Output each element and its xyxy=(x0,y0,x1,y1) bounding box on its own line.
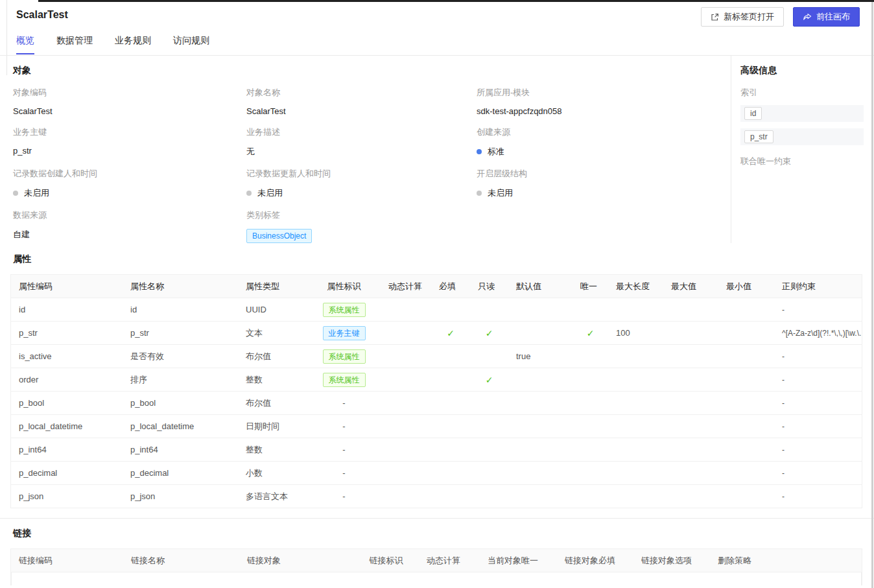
object-field-7: 记录数据更新人和时间未启用 xyxy=(246,168,477,199)
attr-cell-max-value xyxy=(663,345,718,368)
links-section: 链接 链接编码链接名称链接对象链接标识动态计算当前对象唯一链接对象必填链接对象选… xyxy=(0,519,874,585)
index-row-0: id xyxy=(740,105,864,122)
attr-cell-min-value xyxy=(718,392,774,414)
attr-flag-tag: 系统属性 xyxy=(323,303,366,317)
attr-row-p_local_datetime: p_local_datetimep_local_datetime日期时间-- xyxy=(11,415,862,438)
attr-col-header: 必填 xyxy=(431,275,470,298)
attr-cell-unique xyxy=(573,368,608,391)
page: ScalarTest 新标签页打开 前往画布 概览数据管理业务规则访问规则 对 xyxy=(0,0,874,588)
attr-cell-required xyxy=(431,392,470,414)
attr-cell-flag: 系统属性 xyxy=(307,298,381,321)
external-link-icon xyxy=(711,13,719,21)
attr-flag-tag: 系统属性 xyxy=(323,349,366,364)
open-new-tab-button[interactable]: 新标签页打开 xyxy=(701,7,784,27)
attr-cell-dynamic xyxy=(381,485,431,508)
attr-cell-unique xyxy=(573,485,608,508)
attr-cell-flag: 系统属性 xyxy=(307,368,381,391)
attr-cell-max-value xyxy=(663,298,718,321)
attr-cell-max-length xyxy=(608,298,663,321)
link-col-header: 删除策略 xyxy=(710,549,862,572)
field-value: 未启用 xyxy=(13,187,246,199)
attr-cell-default xyxy=(508,438,573,461)
tab-1[interactable]: 数据管理 xyxy=(56,35,93,54)
attributes-header-row: 属性编码属性名称属性类型属性标识动态计算必填只读默认值唯一最大长度最大值最小值正… xyxy=(11,275,862,298)
field-value: 无 xyxy=(246,146,477,158)
attr-cell-unique xyxy=(573,438,608,461)
object-fields: 对象编码ScalarTest对象名称ScalarTest所属应用-模块sdk-t… xyxy=(13,87,731,243)
attr-cell-min-value xyxy=(718,298,774,321)
attr-cell-flag: - xyxy=(307,485,381,508)
field-label: 业务主键 xyxy=(13,126,246,138)
advanced-info-title: 高级信息 xyxy=(740,65,870,76)
attr-cell-code: p_str xyxy=(11,322,123,344)
field-value: 标准 xyxy=(477,146,731,158)
attr-cell-max-length xyxy=(608,438,663,461)
status-dot-blue-icon xyxy=(477,149,482,154)
attr-cell-max-value xyxy=(663,368,718,391)
open-new-tab-label: 新标签页打开 xyxy=(724,11,774,23)
attr-cell-dynamic xyxy=(381,438,431,461)
status-dot-gray-icon xyxy=(246,191,252,196)
index-label: 索引 xyxy=(740,87,870,99)
attr-cell-max-length xyxy=(608,485,663,508)
index-row-1: p_str xyxy=(740,128,864,145)
attr-cell-readonly: ✓ xyxy=(470,368,508,391)
attr-cell-default xyxy=(508,298,573,321)
attr-col-header: 属性名称 xyxy=(123,275,238,298)
attr-cell-required xyxy=(431,462,470,484)
attr-cell-max-length xyxy=(608,368,663,391)
tab-3[interactable]: 访问规则 xyxy=(173,35,209,54)
attr-cell-unique xyxy=(573,462,608,484)
attr-cell-default xyxy=(508,485,573,508)
go-canvas-label: 前往画布 xyxy=(816,11,850,23)
attr-cell-type: 日期时间 xyxy=(238,415,307,438)
vertical-scrollbar[interactable] xyxy=(871,2,873,588)
attr-cell-regex: - xyxy=(774,298,862,321)
attr-cell-name: p_bool xyxy=(123,392,238,414)
attr-cell-regex: - xyxy=(774,438,862,461)
attr-row-p_str: p_strp_str文本业务主键✓✓✓100^[A-Za-z\d](?!.*\,… xyxy=(11,322,862,345)
link-col-header: 动态计算 xyxy=(419,549,480,572)
field-label: 业务描述 xyxy=(246,126,477,138)
attr-cell-dynamic xyxy=(381,368,431,391)
attr-cell-unique xyxy=(573,415,608,438)
attr-cell-name: 排序 xyxy=(123,368,238,391)
attr-cell-required xyxy=(431,298,470,321)
object-field-4: 业务描述无 xyxy=(246,126,477,158)
attr-cell-max-length xyxy=(608,345,663,368)
attr-cell-max-length: 100 xyxy=(608,322,663,344)
attr-cell-regex: ^[A-Za-z\d](?!.*\,\,)[\w.\... xyxy=(774,322,862,344)
attr-cell-max-length xyxy=(608,415,663,438)
field-label: 开启层级结构 xyxy=(477,168,731,180)
tab-2[interactable]: 业务规则 xyxy=(115,35,151,54)
attr-cell-code: p_int64 xyxy=(11,438,123,461)
attr-cell-name: p_json xyxy=(123,485,238,508)
attr-row-p_decimal: p_decimalp_decimal小数-- xyxy=(11,462,862,485)
attr-cell-readonly xyxy=(470,392,508,414)
attr-cell-readonly xyxy=(470,462,508,484)
attr-col-header: 正则约束 xyxy=(774,275,862,298)
attr-cell-dynamic xyxy=(381,322,431,344)
share-arrow-icon xyxy=(803,12,812,21)
attr-cell-flag: - xyxy=(307,462,381,484)
attr-cell-default xyxy=(508,322,573,344)
attr-cell-type: 文本 xyxy=(238,322,307,344)
status-dot-gray-icon xyxy=(13,191,18,196)
attr-cell-readonly xyxy=(470,298,508,321)
attr-cell-default xyxy=(508,415,573,438)
attr-cell-flag: - xyxy=(307,415,381,438)
attr-cell-dynamic xyxy=(381,415,431,438)
attr-cell-unique xyxy=(573,345,608,368)
attr-cell-code: p_bool xyxy=(11,392,123,414)
link-col-header: 链接对象选项 xyxy=(633,549,710,572)
attr-row-p_bool: p_boolp_bool布尔值-- xyxy=(11,392,862,415)
field-value-text: 标准 xyxy=(488,146,504,158)
attr-cell-code: order xyxy=(11,368,123,391)
attr-cell-required xyxy=(431,438,470,461)
attr-cell-readonly xyxy=(470,438,508,461)
attr-cell-max-value xyxy=(663,392,718,414)
advanced-info-panel: 高级信息 索引 idp_str 联合唯一约束 xyxy=(731,56,870,243)
go-canvas-button[interactable]: 前往画布 xyxy=(793,7,860,27)
page-title: ScalarTest xyxy=(16,9,68,21)
tab-0[interactable]: 概览 xyxy=(16,35,34,54)
